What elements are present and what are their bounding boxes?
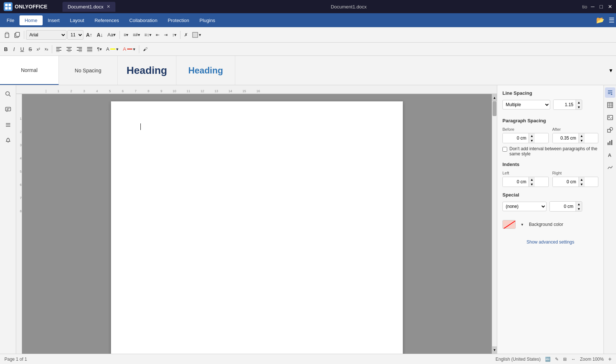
font-size-select[interactable]: 11 10 12 14	[67, 30, 83, 40]
style-normal[interactable]: Normal	[0, 56, 59, 85]
after-value-input[interactable]	[553, 133, 579, 143]
indent-right-up-button[interactable]: ▲	[579, 177, 585, 182]
special-value-input[interactable]	[550, 202, 576, 211]
align-right-button[interactable]	[75, 44, 84, 54]
before-up-button[interactable]: ▲	[529, 133, 535, 138]
maximize-button[interactable]: □	[600, 4, 603, 10]
background-color-swatch[interactable]	[502, 220, 516, 229]
menu-collaboration[interactable]: Collaboration	[124, 15, 163, 25]
fill-color-button[interactable]: A ▾	[104, 44, 121, 54]
bullets-button[interactable]: ≡▾	[122, 30, 130, 40]
shape-icon[interactable]	[605, 125, 615, 135]
subscript-button[interactable]: x₂	[43, 44, 50, 54]
menu-protection[interactable]: Protection	[162, 15, 194, 25]
bold-button[interactable]: B	[2, 44, 10, 54]
indent-left-up-button[interactable]: ▲	[529, 177, 535, 182]
indent-left-input[interactable]	[503, 177, 529, 187]
multilevel-button[interactable]: ≡↕▾	[143, 30, 153, 40]
language-selector[interactable]: English (United States)	[495, 357, 541, 362]
menu-expand-icon[interactable]: ☰	[609, 16, 615, 24]
line-spacing-value-input[interactable]: 1.15	[554, 100, 576, 109]
change-case-button[interactable]: Aa▾	[105, 30, 118, 40]
line-spacing-up-button[interactable]: ▲	[576, 100, 582, 105]
table-icon[interactable]	[605, 100, 615, 110]
spell-check-icon[interactable]: 🔤	[545, 357, 551, 362]
special-down-button[interactable]: ▼	[576, 206, 582, 211]
fit-page-button[interactable]: ⊞	[563, 357, 567, 362]
align-left-button[interactable]	[54, 44, 64, 54]
paste-button[interactable]	[2, 30, 12, 40]
show-advanced-settings-button[interactable]: Show advanced settings	[502, 239, 598, 245]
line-spacing-down-button[interactable]: ▼	[576, 105, 582, 109]
numbering-button[interactable]: ≡#▾	[131, 30, 142, 40]
document-page[interactable]	[111, 101, 403, 354]
indent-right-input[interactable]	[553, 177, 579, 187]
font-color-button[interactable]: A ▾	[121, 44, 137, 54]
vertical-scrollbar[interactable]: ▲ ▼	[492, 94, 497, 354]
before-value-input[interactable]	[503, 133, 529, 143]
notifications-sidebar-button[interactable]	[2, 134, 14, 146]
style-heading1[interactable]: Heading	[118, 56, 176, 85]
paragraph-settings-icon[interactable]	[605, 87, 615, 98]
signature-icon[interactable]	[605, 162, 615, 173]
shading-button[interactable]: ▾	[190, 30, 203, 40]
after-up-button[interactable]: ▲	[579, 133, 585, 138]
after-down-button[interactable]: ▼	[579, 138, 585, 143]
navigation-sidebar-button[interactable]	[2, 119, 14, 131]
zoom-in-button[interactable]: +	[608, 356, 612, 363]
style-no-spacing[interactable]: No Spacing	[59, 56, 118, 85]
font-family-select[interactable]: Arial Times New Roman Calibri	[26, 30, 67, 40]
comments-sidebar-button[interactable]	[2, 104, 14, 115]
copy-button[interactable]	[12, 30, 22, 40]
decrease-indent-button[interactable]: ⇤	[154, 30, 161, 40]
menu-insert[interactable]: Insert	[43, 15, 65, 25]
menu-references[interactable]: References	[89, 15, 124, 25]
toolbar-sep5	[139, 45, 139, 53]
search-sidebar-button[interactable]	[2, 88, 14, 100]
show-formatting-button[interactable]: ¶▾	[95, 44, 103, 54]
special-up-button[interactable]: ▲	[576, 202, 582, 206]
strikethrough-button[interactable]: S	[26, 44, 34, 54]
decrease-font-button[interactable]: A↓	[95, 30, 105, 40]
scroll-thumb[interactable]	[493, 101, 497, 116]
scroll-up-button[interactable]: ▲	[492, 94, 497, 101]
line-spacing-section: Line Spacing Multiple Single 1.5 lines D…	[502, 90, 598, 113]
scroll-down-button[interactable]: ▼	[492, 346, 497, 354]
close-window-button[interactable]: ✕	[608, 4, 612, 10]
clear-format-button[interactable]: ✗	[182, 30, 190, 40]
menu-plugins[interactable]: Plugins	[194, 15, 221, 25]
increase-font-button[interactable]: A↑	[84, 30, 94, 40]
fit-width-button[interactable]: ↔	[571, 357, 576, 362]
text-art-icon[interactable]: A	[605, 150, 615, 160]
line-spacing-type-select[interactable]: Multiple Single 1.5 lines Double	[502, 100, 550, 109]
menu-home[interactable]: Home	[19, 15, 43, 25]
before-down-button[interactable]: ▼	[529, 138, 535, 143]
copy-style-button[interactable]: 🖌	[141, 44, 149, 54]
app-logo[interactable]: ONLYOFFICE	[4, 2, 62, 11]
color-dropdown-button[interactable]: ▾	[519, 220, 526, 229]
doc-tab[interactable]: Document1.docx ✕	[62, 2, 115, 12]
svg-rect-1	[8, 4, 11, 6]
justify-button[interactable]	[85, 44, 94, 54]
style-heading2[interactable]: Heading	[176, 56, 235, 85]
indent-left-down-button[interactable]: ▼	[529, 182, 535, 187]
chart-icon[interactable]	[605, 137, 615, 148]
image-icon[interactable]	[605, 112, 615, 123]
underline-button[interactable]: U	[18, 44, 26, 54]
menu-layout[interactable]: Layout	[65, 15, 89, 25]
italic-button[interactable]: I	[10, 44, 18, 54]
track-changes-icon[interactable]: ✎	[555, 357, 559, 362]
close-tab-button[interactable]: ✕	[107, 4, 110, 9]
styles-expand-button[interactable]: ▾	[606, 56, 616, 85]
menu-file[interactable]: File	[1, 15, 19, 25]
line-spacing-button[interactable]: ↕▾	[170, 30, 178, 40]
increase-indent-button[interactable]: ⇥	[162, 30, 169, 40]
document-scroll[interactable]	[22, 94, 492, 354]
align-center-button[interactable]	[64, 44, 74, 54]
superscript-button[interactable]: x²	[35, 44, 42, 54]
special-type-select[interactable]: (none) First line Hanging	[502, 202, 547, 211]
indent-right-down-button[interactable]: ▼	[579, 182, 585, 187]
minimize-button[interactable]: ─	[591, 4, 595, 10]
open-location-icon[interactable]: 📂	[596, 16, 604, 24]
dont-add-interval-checkbox[interactable]	[502, 147, 507, 152]
